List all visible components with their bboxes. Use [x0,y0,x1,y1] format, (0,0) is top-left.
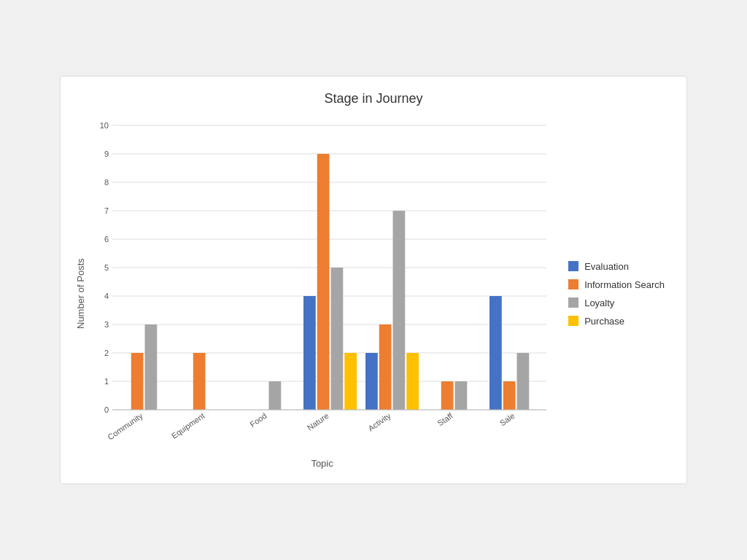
legend: Evaluation Information Search Loyalty Pu… [554,118,672,469]
svg-text:5: 5 [104,263,109,272]
svg-text:Activity: Activity [366,411,392,433]
legend-label-loyalty: Loyalty [584,298,614,308]
svg-text:Equipment: Equipment [170,411,206,440]
svg-rect-22 [131,353,144,410]
chart-svg: 012345678910CommunityEquipmentFoodNature… [90,118,554,454]
chart-area: 012345678910CommunityEquipmentFoodNature… [90,118,554,469]
svg-rect-36 [393,211,406,410]
svg-rect-37 [406,353,419,410]
svg-rect-43 [503,381,516,410]
legend-color-purchase [568,316,578,326]
svg-text:10: 10 [100,121,109,130]
svg-text:9: 9 [104,149,109,158]
svg-rect-30 [317,154,330,410]
svg-rect-40 [455,381,468,410]
legend-color-evaluation [568,261,578,271]
svg-rect-25 [193,353,206,410]
svg-text:Staff: Staff [436,411,454,427]
svg-text:4: 4 [104,292,109,300]
svg-rect-39 [441,381,454,410]
svg-text:Nature: Nature [306,411,330,432]
legend-item-evaluation: Evaluation [568,261,665,272]
svg-text:Sale: Sale [498,411,516,427]
svg-text:3: 3 [104,320,109,329]
svg-rect-23 [145,324,158,410]
svg-rect-42 [489,296,502,410]
y-axis-label: Number of Posts [75,118,86,469]
legend-label-information-search: Information Search [584,279,665,290]
legend-color-information-search [568,279,578,289]
svg-text:Community: Community [106,411,144,442]
chart-title: Stage in Journey [324,91,422,106]
svg-text:8: 8 [104,178,109,187]
legend-color-loyalty [568,298,578,308]
svg-rect-34 [365,353,378,410]
svg-text:6: 6 [104,235,109,244]
svg-rect-32 [344,353,357,410]
svg-rect-35 [379,324,392,410]
svg-rect-29 [303,296,316,410]
x-axis-label: Topic [90,458,554,469]
legend-item-loyalty: Loyalty [568,298,665,308]
legend-label-evaluation: Evaluation [584,261,629,272]
svg-text:Food: Food [248,411,268,429]
legend-item-information-search: Information Search [568,279,665,290]
svg-rect-44 [517,353,530,410]
svg-rect-31 [331,268,344,410]
svg-rect-27 [269,381,282,410]
svg-text:2: 2 [104,349,109,357]
chart-container: Stage in Journey Number of Posts 0123456… [60,76,687,484]
legend-label-purchase: Purchase [584,316,624,327]
svg-text:7: 7 [104,206,109,215]
legend-item-purchase: Purchase [568,316,665,327]
svg-text:1: 1 [104,377,109,386]
grid-and-bars: 012345678910CommunityEquipmentFoodNature… [90,118,554,454]
svg-text:0: 0 [104,405,109,414]
